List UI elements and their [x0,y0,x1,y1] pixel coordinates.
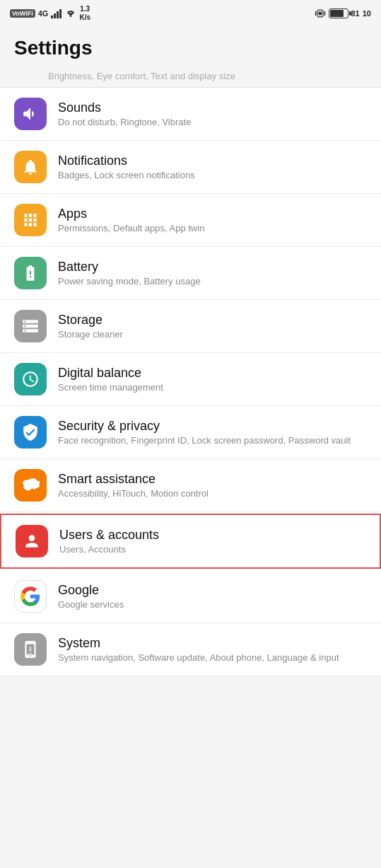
sounds-text: Sounds Do not disturb, Ringtone, Vibrate [58,100,367,127]
google-subtitle: Google services [58,599,367,610]
battery-percent: 81 [351,9,360,18]
signal-bars-icon [51,8,62,18]
system-icon-wrapper [14,633,47,666]
notifications-icon [21,158,40,176]
page-title: Settings [0,25,381,68]
status-bar: VoWiFi 4G 1.3K/s [0,0,381,25]
security-privacy-text: Security & privacy Face recognition, Fin… [58,419,367,446]
battery-icon-wrapper [14,257,47,289]
svg-rect-8 [324,11,325,16]
storage-icon [21,317,40,335]
apps-text: Apps Permissions, Default apps, App twin [58,207,367,233]
settings-item-users-accounts[interactable]: Users & accounts Users, Accounts [0,514,381,569]
wifi-icon [65,9,76,18]
vibrate-icon [315,8,326,18]
svg-rect-6 [318,12,322,16]
security-privacy-title: Security & privacy [58,419,367,434]
settings-item-digital-balance[interactable]: Digital balance Screen time management [0,353,381,406]
apps-icon [21,211,40,229]
settings-item-apps[interactable]: Apps Permissions, Default apps, App twin [0,194,381,247]
battery-text: Battery Power saving mode, Battery usage [58,260,367,287]
notifications-title: Notifications [58,154,367,168]
settings-item-system[interactable]: System System navigation, Software updat… [0,623,381,676]
smart-assistance-title: Smart assistance [58,472,367,487]
system-subtitle: System navigation, Software update, Abou… [58,652,367,663]
smart-assistance-text: Smart assistance Accessibility, HiTouch,… [58,472,367,499]
battery-title: Battery [58,260,367,274]
status-left: VoWiFi 4G 1.3K/s [10,5,90,22]
smart-assistance-subtitle: Accessibility, HiTouch, Motion control [58,488,367,499]
users-accounts-text: Users & accounts Users, Accounts [59,528,365,555]
svg-rect-2 [57,11,59,18]
smart-assistance-icon-wrapper [14,469,47,502]
google-icon-wrapper [14,580,47,613]
security-icon-wrapper [14,416,47,449]
settings-list: Sounds Do not disturb, Ringtone, Vibrate… [0,88,381,676]
sounds-title: Sounds [58,100,367,115]
digital-balance-subtitle: Screen time management [58,382,367,393]
security-icon [21,423,40,441]
apps-icon-wrapper [14,204,47,236]
svg-rect-7 [315,11,316,16]
svg-rect-0 [51,16,53,18]
settings-item-storage[interactable]: Storage Storage cleaner [0,300,381,353]
status-right: 81 10 [315,8,372,18]
apps-subtitle: Permissions, Default apps, App twin [58,223,367,233]
users-accounts-title: Users & accounts [59,528,365,543]
notifications-text: Notifications Badges, Lock screen notifi… [58,154,367,180]
users-accounts-icon [23,532,41,550]
storage-text: Storage Storage cleaner [58,313,367,340]
battery-subtitle: Power saving mode, Battery usage [58,276,367,287]
svg-rect-1 [54,13,56,18]
settings-item-sounds[interactable]: Sounds Do not disturb, Ringtone, Vibrate [0,88,381,141]
users-accounts-subtitle: Users, Accounts [59,544,365,555]
notifications-icon-wrapper [14,151,47,183]
digital-balance-title: Digital balance [58,366,367,381]
google-text: Google Google services [58,583,367,610]
google-icon [20,586,41,607]
smart-assistance-icon [21,476,40,494]
scroll-hint: Brightness, Eye comfort, Text and displa… [0,68,381,88]
sounds-icon [21,105,40,123]
system-title: System [58,636,367,651]
digital-balance-icon-wrapper [14,363,47,395]
settings-item-smart-assistance[interactable]: Smart assistance Accessibility, HiTouch,… [0,459,381,512]
storage-title: Storage [58,313,367,328]
signal-4g: 4G [38,9,49,18]
status-time: 10 [363,9,371,18]
svg-point-4 [70,16,71,17]
settings-item-notifications[interactable]: Notifications Badges, Lock screen notifi… [0,141,381,194]
battery-indicator [329,8,348,18]
system-text: System System navigation, Software updat… [58,636,367,663]
security-privacy-subtitle: Face recognition, Fingerprint ID, Lock s… [58,435,367,446]
settings-item-google[interactable]: Google Google services [0,570,381,623]
google-title: Google [58,583,367,598]
svg-rect-3 [59,9,61,18]
storage-subtitle: Storage cleaner [58,329,367,340]
storage-icon-wrapper [14,310,47,342]
settings-item-battery[interactable]: Battery Power saving mode, Battery usage [0,247,381,300]
apps-title: Apps [58,207,367,221]
digital-balance-text: Digital balance Screen time management [58,366,367,393]
digital-balance-icon [21,370,40,388]
battery-charging-icon [21,264,40,282]
network-speed: 1.3K/s [79,5,90,22]
sounds-subtitle: Do not disturb, Ringtone, Vibrate [58,117,367,127]
users-accounts-icon-wrapper [16,525,48,557]
vowifi-indicator: VoWiFi [10,9,35,18]
settings-item-security-privacy[interactable]: Security & privacy Face recognition, Fin… [0,406,381,459]
sounds-icon-wrapper [14,98,47,130]
notifications-subtitle: Badges, Lock screen notifications [58,170,367,180]
system-icon [21,640,40,659]
